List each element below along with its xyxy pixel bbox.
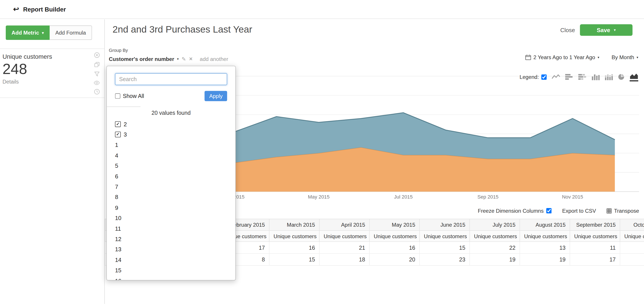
chevron-down-icon: ▾ [42,31,44,35]
metric-name: Unique customers [2,53,102,60]
history-clock-icon[interactable] [94,89,100,95]
filter-value-label: 1 [115,142,118,148]
report-title[interactable]: 2nd and 3rd Purchases Last Year [113,24,252,35]
filter-value-item[interactable]: ✓2 [107,119,236,129]
save-label: Save [597,27,610,34]
month-header: September 2015 [570,219,620,230]
add-formula-button[interactable]: Add Formula [50,26,92,40]
add-formula-label: Add Formula [55,30,86,36]
filter-value-item[interactable]: 5 [107,161,236,171]
value-cell: 15 [269,253,319,265]
value-cell: 19 [520,253,570,265]
freeze-dimension-toggle[interactable]: Freeze Dimension Columns [478,208,552,214]
metric-column-header[interactable]: Unique customers [620,230,644,241]
visibility-eye-icon[interactable] [94,81,100,85]
chart-type-stacked-column-icon[interactable] [604,73,613,81]
value-cell [620,253,644,265]
checked-checkbox-icon: ✓ [115,121,121,127]
granularity-label: By Month [612,54,634,61]
chart-type-line-icon[interactable] [552,73,560,81]
filter-value-item[interactable]: 1 [107,140,236,150]
remove-group-by-icon[interactable]: ✕ [189,56,193,62]
metric-card[interactable]: Unique customers 248 Details [0,49,104,98]
sidebar: Add Metric ▾ Add Formula Unique customer… [0,19,105,304]
checked-checkbox-icon: ✓ [115,132,121,137]
value-cell [620,241,644,253]
metric-column-header[interactable]: Unique customers [520,230,570,241]
metric-column-header[interactable]: Unique customers [420,230,470,241]
filter-value-item[interactable]: 16 [107,275,236,280]
filter-value-label: 6 [115,173,118,180]
month-header: May 2015 [369,219,419,230]
edit-pencil-icon[interactable]: ✎ [182,56,186,62]
export-csv-button[interactable]: Export to CSV [562,208,596,214]
duplicate-metric-icon[interactable] [94,62,100,67]
metric-column-header[interactable]: Unique customers [470,230,520,241]
filter-metric-icon[interactable] [94,71,100,77]
legend-checkbox[interactable] [541,75,547,80]
export-csv-label: Export to CSV [562,208,596,214]
filter-value-item[interactable]: ✓3 [107,129,236,140]
chart-type-hbar-icon[interactable] [565,73,574,81]
metric-column-header[interactable]: Unique customers [269,230,319,241]
metric-column-header[interactable]: Unique customers [570,230,620,241]
month-header: March 2015 [269,219,319,230]
transpose-button[interactable]: Transpose [606,208,639,214]
show-all-label: Show All [123,93,144,99]
value-cell: 18 [319,253,369,265]
filter-value-item[interactable]: 15 [107,265,236,275]
chevron-down-icon[interactable]: ▾ [177,57,178,61]
filter-value-item[interactable]: 12 [107,234,236,244]
month-header: August 2015 [520,219,570,230]
close-button[interactable]: Close [560,27,575,34]
filter-value-item[interactable]: 7 [107,181,236,192]
add-metric-button[interactable]: Add Metric ▾ [6,26,50,40]
show-all-checkbox[interactable] [115,93,120,99]
report-builder-app: ↩ Report Builder Add Metric ▾ Add Formul… [0,0,644,304]
filter-value-item[interactable]: 4 [107,150,236,161]
filter-value-item[interactable]: 8 [107,192,236,202]
apply-button[interactable]: Apply [205,91,227,101]
value-cell: 16 [269,241,319,253]
chart-type-area-icon[interactable] [630,73,638,81]
metric-value: 248 [2,61,102,77]
remove-metric-icon[interactable] [94,52,100,58]
filter-value-item[interactable]: 11 [107,223,236,234]
granularity-dropdown[interactable]: By Month ▾ [612,54,638,61]
metric-column-header[interactable]: Unique customers [369,230,419,241]
chart-type-stacked-hbar-icon[interactable] [578,73,586,81]
filter-value-label: 15 [115,267,122,274]
value-cell: 13 [520,241,570,253]
date-range-dropdown[interactable]: 2 Years Ago to 1 Year Ago ▾ [525,54,599,61]
filter-value-item[interactable]: 14 [107,255,236,265]
group-by-value-dropdown[interactable]: Customer's order number [109,56,174,62]
filter-value-label: 11 [115,225,121,232]
freeze-dimension-checkbox[interactable] [546,208,552,213]
metric-details-link[interactable]: Details [2,78,102,85]
filter-values-list: ✓2✓3145678910111213141516 [107,119,236,280]
value-cell: 16 [369,241,419,253]
filter-value-item[interactable]: 13 [107,244,236,255]
group-by-section: Group By Customer's order number ▾ ✎ ✕ a… [109,48,228,62]
add-another-link[interactable]: add another [200,56,228,62]
chart-type-pie-icon[interactable] [618,73,625,81]
month-header: June 2015 [420,219,470,230]
filter-value-item[interactable]: 10 [107,213,236,223]
chart-type-column-icon[interactable] [591,73,600,81]
search-input[interactable] [115,73,227,85]
filter-value-item[interactable]: 9 [107,202,236,213]
show-all-toggle[interactable]: Show All [115,93,144,99]
metric-buttons-row: Add Metric ▾ Add Formula [0,19,104,49]
svg-text:Jul 2015: Jul 2015 [394,194,412,200]
svg-text:Nov 2015: Nov 2015 [562,194,583,200]
metric-column-header[interactable]: Unique customers [319,230,369,241]
chevron-down-icon: ▾ [598,56,599,59]
back-arrow-icon[interactable]: ↩ [13,5,19,14]
transpose-label: Transpose [614,208,639,214]
table-controls: Freeze Dimension Columns Export to CSV T… [478,208,639,214]
filter-value-label: 13 [115,246,122,253]
filter-value-item[interactable]: 6 [107,171,236,181]
filter-value-label: 4 [115,152,118,159]
filter-value-label: 5 [115,163,118,169]
save-button[interactable]: Save ▾ [580,24,633,36]
